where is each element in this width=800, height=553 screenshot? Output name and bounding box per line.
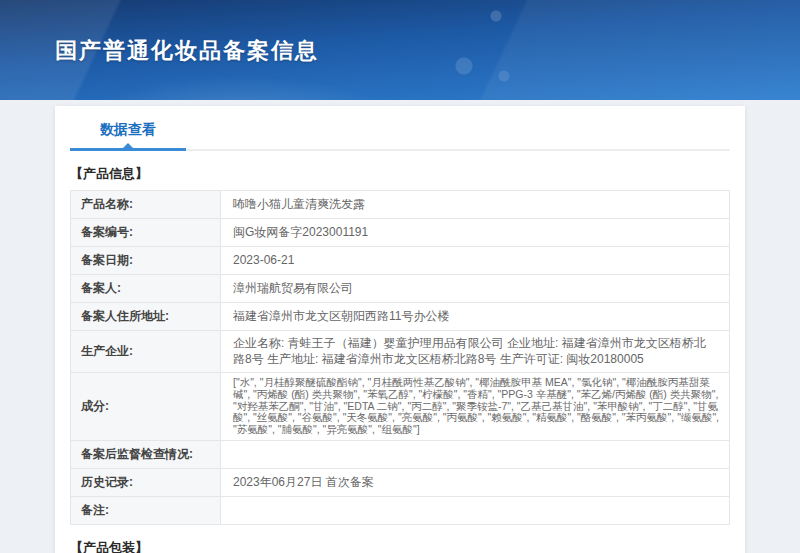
product-info-table: 产品名称: 咘噜小猫儿童清爽洗发露 备案编号: 闽G妆网备字2023001191… <box>70 190 730 525</box>
row-label: 备案人: <box>71 275 221 303</box>
row-label: 历史记录: <box>71 468 221 496</box>
table-row-product-name: 产品名称: 咘噜小猫儿童清爽洗发露 <box>71 191 730 219</box>
row-label: 生产企业: <box>71 331 221 373</box>
page: 国产普通化妆品备案信息 数据查看 【产品信息】 产品名称: 咘噜小猫儿童清爽洗发… <box>0 0 800 553</box>
table-row-filer-address: 备案人住所地址: 福建省漳州市龙文区朝阳西路11号办公楼 <box>71 303 730 331</box>
row-value: 漳州瑞航贸易有限公司 <box>221 275 730 303</box>
row-value: ["水", "月桂醇聚醚硫酸酯钠", "月桂酰两性基乙酸钠", "椰油酰胺甲基 … <box>221 373 730 441</box>
tab-bar: 数据查看 <box>70 120 730 151</box>
row-value: 福建省漳州市龙文区朝阳西路11号办公楼 <box>221 303 730 331</box>
row-label: 备案人住所地址: <box>71 303 221 331</box>
tab-data-view[interactable]: 数据查看 <box>70 121 186 151</box>
page-header: 国产普通化妆品备案信息 <box>0 0 800 100</box>
packaging-section-title: 【产品包装】 <box>70 539 730 553</box>
row-label: 备案编号: <box>71 219 221 247</box>
table-row-manufacturer: 生产企业: 企业名称: 青蛙王子（福建）婴童护理用品有限公司 企业地址: 福建省… <box>71 331 730 373</box>
row-value: 2023-06-21 <box>221 247 730 275</box>
row-value <box>221 496 730 524</box>
table-row-post-filing-inspection: 备案后监督检查情况: <box>71 440 730 468</box>
row-value: 闽G妆网备字2023001191 <box>221 219 730 247</box>
table-row-filing-date: 备案日期: 2023-06-21 <box>71 247 730 275</box>
table-row-filing-number: 备案编号: 闽G妆网备字2023001191 <box>71 219 730 247</box>
table-row-remarks: 备注: <box>71 496 730 524</box>
product-info-section-title: 【产品信息】 <box>70 165 730 183</box>
row-value: 企业名称: 青蛙王子（福建）婴童护理用品有限公司 企业地址: 福建省漳州市龙文区… <box>221 331 730 373</box>
row-label: 成分: <box>71 373 221 441</box>
tab-data-view-label: 数据查看 <box>100 121 156 137</box>
table-row-filer: 备案人: 漳州瑞航贸易有限公司 <box>71 275 730 303</box>
row-label: 备注: <box>71 496 221 524</box>
page-title: 国产普通化妆品备案信息 <box>55 36 319 66</box>
tab-active-indicator-icon <box>123 143 133 148</box>
row-value <box>221 440 730 468</box>
row-label: 产品名称: <box>71 191 221 219</box>
row-label: 备案日期: <box>71 247 221 275</box>
table-row-history: 历史记录: 2023年06月27日 首次备案 <box>71 468 730 496</box>
row-value: 2023年06月27日 首次备案 <box>221 468 730 496</box>
row-value: 咘噜小猫儿童清爽洗发露 <box>221 191 730 219</box>
row-label: 备案后监督检查情况: <box>71 440 221 468</box>
content-card: 数据查看 【产品信息】 产品名称: 咘噜小猫儿童清爽洗发露 备案编号: 闽G妆网… <box>55 106 745 553</box>
table-row-ingredients: 成分: ["水", "月桂醇聚醚硫酸酯钠", "月桂酰两性基乙酸钠", "椰油酰… <box>71 373 730 441</box>
